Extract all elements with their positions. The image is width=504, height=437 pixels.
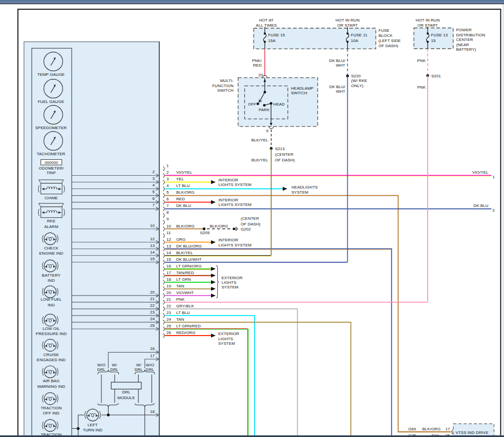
svg-text:21: 21 xyxy=(150,297,155,301)
svg-text:14: 14 xyxy=(150,250,155,255)
svg-text:CENTER: CENTER xyxy=(456,37,473,42)
svg-text:AIR BAG: AIR BAG xyxy=(43,379,60,383)
svg-text:TURN IND: TURN IND xyxy=(83,428,103,432)
svg-text:BLK/ORG: BLK/ORG xyxy=(423,427,441,431)
svg-text:W/O: W/O xyxy=(146,363,154,367)
svg-text:FUSE 15: FUSE 15 xyxy=(268,33,285,37)
svg-text:ENGINE IND: ENGINE IND xyxy=(39,251,63,256)
svg-text:ALARM: ALARM xyxy=(44,224,58,229)
svg-text:HEAD: HEAD xyxy=(274,102,285,107)
svg-text:(CENTER: (CENTER xyxy=(241,216,259,221)
svg-text:S220: S220 xyxy=(351,74,361,78)
svg-text:ALL TIMES: ALL TIMES xyxy=(256,23,277,28)
svg-text:SYSTEM: SYSTEM xyxy=(222,285,239,289)
svg-text:7: 7 xyxy=(166,203,169,208)
svg-text:17: 17 xyxy=(150,353,155,358)
svg-text:G69: G69 xyxy=(408,427,416,431)
svg-text:5: 5 xyxy=(166,190,169,195)
svg-text:7: 7 xyxy=(153,203,155,207)
svg-text:S213: S213 xyxy=(275,147,285,151)
svg-text:4: 4 xyxy=(153,183,155,188)
svg-text:OF DASH): OF DASH) xyxy=(379,44,398,48)
svg-text:8: 8 xyxy=(166,210,169,215)
svg-text:PNK: PNK xyxy=(176,297,185,302)
svg-text:22: 22 xyxy=(150,303,155,308)
svg-text:13: 13 xyxy=(150,243,155,248)
svg-text:10: 10 xyxy=(150,223,155,228)
svg-text:S201: S201 xyxy=(431,74,441,78)
svg-text:HEADLIGHTS: HEADLIGHTS xyxy=(291,185,318,190)
svg-text:17: 17 xyxy=(446,427,450,431)
svg-text:18: 18 xyxy=(166,277,171,282)
svg-text:CRUISE: CRUISE xyxy=(44,352,59,357)
svg-text:IND: IND xyxy=(48,303,55,307)
svg-text:TRIP: TRIP xyxy=(47,171,56,175)
svg-text:4: 4 xyxy=(166,183,169,188)
svg-text:RED: RED xyxy=(253,63,262,68)
svg-text:3: 3 xyxy=(153,176,155,181)
svg-text:FUSE: FUSE xyxy=(379,28,389,33)
svg-text:CHECK: CHECK xyxy=(44,246,59,251)
svg-text:25: 25 xyxy=(150,323,155,328)
svg-text:DK BLU/WHT: DK BLU/WHT xyxy=(176,257,202,262)
svg-text:23: 23 xyxy=(150,310,155,315)
svg-text:INTERIOR: INTERIOR xyxy=(219,198,239,202)
svg-text:YEL: YEL xyxy=(176,177,184,181)
svg-text:19: 19 xyxy=(166,284,171,288)
svg-text:POWER: POWER xyxy=(456,28,472,32)
svg-text:ONLY): ONLY) xyxy=(351,84,364,88)
svg-text:2: 2 xyxy=(166,170,169,175)
svg-text:TRACTION: TRACTION xyxy=(40,406,61,410)
svg-text:DISTRIBUTION: DISTRIBUTION xyxy=(456,33,486,37)
svg-text:BLK/ORG: BLK/ORG xyxy=(210,224,228,228)
svg-text:LIGHTS: LIGHTS xyxy=(222,280,237,285)
svg-text:LT GRN/ORG: LT GRN/ORG xyxy=(176,264,201,268)
svg-text:15A: 15A xyxy=(268,38,276,43)
svg-text:SWITCH: SWITCH xyxy=(291,91,307,95)
svg-text:W/: W/ xyxy=(136,363,142,367)
svg-text:6: 6 xyxy=(153,196,155,201)
svg-text:DRL: DRL xyxy=(146,367,155,372)
svg-text:RED: RED xyxy=(176,197,185,201)
svg-text:LEFT: LEFT xyxy=(88,423,98,427)
svg-text:TAN/RED: TAN/RED xyxy=(176,270,194,275)
svg-text:17: 17 xyxy=(166,270,171,275)
svg-text:14: 14 xyxy=(166,251,171,255)
svg-text:VTSS IND DRIVE: VTSS IND DRIVE xyxy=(456,430,489,435)
svg-text:WHT: WHT xyxy=(336,63,345,68)
svg-text:BLOCK: BLOCK xyxy=(379,33,393,38)
svg-text:MODULE: MODULE xyxy=(117,396,135,400)
svg-text:W/O: W/O xyxy=(97,363,106,367)
svg-text:6: 6 xyxy=(166,197,169,201)
svg-text:1: 1 xyxy=(493,175,495,179)
svg-text:11: 11 xyxy=(166,231,171,235)
svg-text:RKE: RKE xyxy=(47,219,56,223)
svg-text:TACHOMETER: TACHOMETER xyxy=(37,152,66,156)
svg-text:VIO/YEL: VIO/YEL xyxy=(472,170,489,175)
svg-text:(CENTER: (CENTER xyxy=(275,152,293,157)
svg-text:FUNCTION: FUNCTION xyxy=(212,84,234,88)
svg-text:12: 12 xyxy=(150,237,155,241)
svg-text:10A: 10A xyxy=(351,38,359,43)
svg-text:VIO/WHT: VIO/WHT xyxy=(176,290,194,295)
svg-text:W/: W/ xyxy=(112,363,117,367)
svg-text:BLK/ORG: BLK/ORG xyxy=(176,190,195,195)
svg-text:FUEL GAUGE: FUEL GAUGE xyxy=(38,99,65,104)
svg-text:LT BLU: LT BLU xyxy=(176,310,190,315)
svg-text:OF DASH): OF DASH) xyxy=(241,222,261,226)
svg-text:000000: 000000 xyxy=(45,160,58,165)
svg-text:10: 10 xyxy=(166,224,171,228)
svg-text:HEADLAMP: HEADLAMP xyxy=(291,86,313,91)
svg-text:INTERIOR: INTERIOR xyxy=(219,238,239,242)
svg-text:(W/ RKE: (W/ RKE xyxy=(351,78,367,83)
svg-text:SPEEDOMETER: SPEEDOMETER xyxy=(35,126,67,130)
svg-text:OFF IND: OFF IND xyxy=(43,411,59,415)
svg-text:BLK/YEL: BLK/YEL xyxy=(251,158,268,162)
svg-text:20: 20 xyxy=(150,290,155,295)
svg-text:20: 20 xyxy=(166,290,171,295)
svg-text:CHIME: CHIME xyxy=(45,196,58,200)
svg-text:VIO/YEL: VIO/YEL xyxy=(176,170,193,175)
svg-text:HOT AT: HOT AT xyxy=(259,18,274,23)
svg-text:LT GRN/RED: LT GRN/RED xyxy=(176,324,201,328)
svg-text:ENGAGED IND: ENGAGED IND xyxy=(37,358,66,362)
